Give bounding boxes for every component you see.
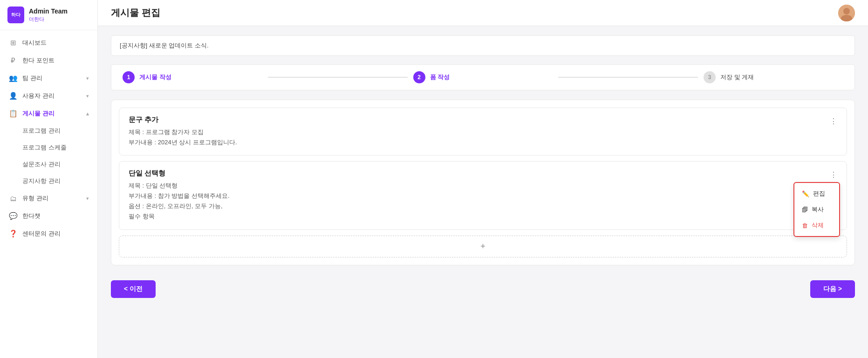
page-title: 게시물 편집 xyxy=(111,7,160,19)
card-2-meta: 제목 : 단일 선택형 부가내용 : 참가 방법을 선택해주세요. 옵션 : 온… xyxy=(129,181,837,222)
step-1-circle: 1 xyxy=(123,71,135,83)
sidebar-item-type-mgmt[interactable]: 🗂 유형 관리 ▾ xyxy=(0,189,97,207)
cards-area: 문구 추가 제목 : 프로그램 참가자 모집 부가내용 : 2024년 상시 프… xyxy=(111,100,855,265)
dropdown-menu: ✏️ 편집 🗐 복사 🗑 삭제 xyxy=(793,182,840,237)
notice-banner: [공지사항] 새로운 업데이트 소식. xyxy=(111,35,855,56)
chevron-down-icon: ▾ xyxy=(86,196,89,202)
sidebar-item-post-mgmt[interactable]: 📋 게시물 관리 ▴ xyxy=(0,105,97,122)
prev-button[interactable]: < 이전 xyxy=(111,280,156,298)
sidebar-item-survey-mgmt[interactable]: 설문조사 관리 xyxy=(0,156,97,173)
step-line-1 xyxy=(268,77,408,78)
card-item-2: 단일 선택형 제목 : 단일 선택형 부가내용 : 참가 방법을 선택해주세요.… xyxy=(119,161,847,230)
sidebar-item-label: 팀 관리 xyxy=(22,74,42,82)
svg-point-1 xyxy=(843,8,850,14)
sidebar-item-label: 사용자 관리 xyxy=(22,92,55,100)
notice-text: [공지사항] 새로운 업데이트 소식. xyxy=(120,42,209,49)
edit-label: 편집 xyxy=(813,189,825,198)
chevron-down-icon: ▾ xyxy=(86,75,89,81)
dropdown-copy[interactable]: 🗐 복사 xyxy=(794,202,839,217)
sidebar-item-label: 게시물 관리 xyxy=(22,109,55,118)
sidebar-logo: 하다 xyxy=(7,7,24,23)
post-icon: 📋 xyxy=(8,109,18,118)
sidebar-sub-label: 프로그램 스케줄 xyxy=(22,143,67,152)
card-1-menu-button[interactable]: ⋮ xyxy=(827,115,840,128)
card-item-1: 문구 추가 제목 : 프로그램 참가자 모집 부가내용 : 2024년 상시 프… xyxy=(119,108,847,155)
bottom-navigation: < 이전 다음 > xyxy=(111,273,855,300)
copy-label: 복사 xyxy=(812,205,824,214)
sidebar-item-center-inquiry[interactable]: ❓ 센터문의 관리 xyxy=(0,225,97,243)
sidebar-item-program-schedule[interactable]: 프로그램 스케줄 xyxy=(0,139,97,156)
delete-label: 삭제 xyxy=(812,221,824,230)
step-2: 2 폼 작성 xyxy=(413,71,553,83)
dropdown-delete[interactable]: 🗑 삭제 xyxy=(794,217,839,233)
sidebar: 하다 Admin Team 더한다 ⊞ 대시보드 ₽ 한다 포인트 👥 팀 관리… xyxy=(0,0,98,358)
sidebar-item-notice-mgmt[interactable]: 공지사항 관리 xyxy=(0,173,97,189)
sidebar-item-team-mgmt[interactable]: 👥 팀 관리 ▾ xyxy=(0,69,97,87)
step-1: 1 게시물 작성 xyxy=(123,71,262,83)
trash-icon: 🗑 xyxy=(802,222,808,229)
step-2-circle: 2 xyxy=(413,71,425,83)
copy-icon: 🗐 xyxy=(802,206,808,213)
main-content: 게시물 편집 [공지사항] 새로운 업데이트 소식. 1 게시물 작성 2 폼 … xyxy=(98,0,868,358)
step-3-label: 저장 및 게재 xyxy=(720,73,754,81)
step-line-2 xyxy=(558,77,698,78)
card-1-title: 문구 추가 xyxy=(129,115,837,124)
sidebar-item-program-mgmt[interactable]: 프로그램 관리 xyxy=(0,122,97,139)
user-icon: 👤 xyxy=(8,92,18,100)
sidebar-sub-label: 설문조사 관리 xyxy=(22,160,61,169)
card-2-title: 단일 선택형 xyxy=(129,169,837,178)
card-1-meta: 제목 : 프로그램 참가자 모집 부가내용 : 2024년 상시 프로그램입니다… xyxy=(129,127,837,148)
chat-icon: 💬 xyxy=(8,212,18,220)
step-3: 3 저장 및 게재 xyxy=(704,71,843,83)
next-button[interactable]: 다음 > xyxy=(810,280,855,298)
sidebar-item-handa-chat[interactable]: 💬 한다챗 xyxy=(0,207,97,225)
users-icon: 👥 xyxy=(8,74,18,82)
sidebar-item-handa-point[interactable]: ₽ 한다 포인트 xyxy=(0,52,97,69)
grid-icon: ⊞ xyxy=(8,39,18,47)
sidebar-header: 하다 Admin Team 더한다 xyxy=(0,0,97,30)
type-icon: 🗂 xyxy=(8,195,18,203)
sidebar-item-user-mgmt[interactable]: 👤 사용자 관리 ▾ xyxy=(0,87,97,105)
sidebar-item-label: 한다 포인트 xyxy=(22,56,55,65)
chevron-up-icon: ▴ xyxy=(86,111,89,117)
dropdown-edit[interactable]: ✏️ 편집 xyxy=(794,186,839,202)
content-area: [공지사항] 새로운 업데이트 소식. 1 게시물 작성 2 폼 작성 3 저장… xyxy=(98,26,868,358)
sidebar-sub-label: 공지사항 관리 xyxy=(22,177,61,185)
add-item-button[interactable]: + xyxy=(119,236,847,257)
steps-indicator: 1 게시물 작성 2 폼 작성 3 저장 및 게재 xyxy=(111,64,855,90)
step-1-label: 게시물 작성 xyxy=(139,73,171,81)
sidebar-nav: ⊞ 대시보드 ₽ 한다 포인트 👥 팀 관리 ▾ 👤 사용자 관리 ▾ 📋 게시… xyxy=(0,30,97,358)
sidebar-sub-label: 프로그램 관리 xyxy=(22,127,61,135)
step-2-label: 폼 작성 xyxy=(430,73,450,81)
chevron-down-icon: ▾ xyxy=(86,93,89,99)
currency-icon: ₽ xyxy=(8,56,18,65)
sidebar-item-dashboard[interactable]: ⊞ 대시보드 xyxy=(0,34,97,52)
help-icon: ❓ xyxy=(8,230,18,238)
card-2-menu-button[interactable]: ⋮ xyxy=(827,168,840,181)
sidebar-item-label: 한다챗 xyxy=(22,212,41,220)
topbar: 게시물 편집 xyxy=(98,0,868,26)
step-3-circle: 3 xyxy=(704,71,716,83)
sidebar-item-label: 유형 관리 xyxy=(22,194,48,203)
sidebar-title: Admin Team xyxy=(29,7,68,15)
sidebar-item-label: 대시보드 xyxy=(22,39,47,47)
sidebar-item-label: 센터문의 관리 xyxy=(22,230,61,238)
sidebar-subtitle: 더한다 xyxy=(29,16,68,23)
pencil-icon: ✏️ xyxy=(802,190,809,197)
plus-icon: + xyxy=(480,242,485,251)
avatar[interactable] xyxy=(838,5,855,21)
